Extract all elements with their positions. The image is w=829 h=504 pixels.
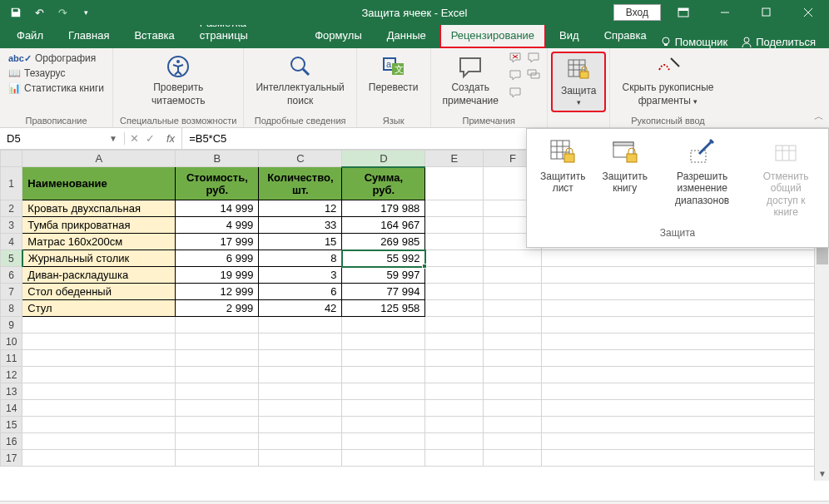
- cell[interactable]: 15: [259, 234, 342, 250]
- cell[interactable]: 12: [259, 200, 342, 217]
- cell[interactable]: [176, 367, 259, 383]
- cell[interactable]: Диван-раскладушка: [22, 267, 176, 284]
- cell[interactable]: [484, 350, 542, 367]
- row-header[interactable]: 10: [1, 334, 22, 350]
- stats-button[interactable]: 📊Статистика книги: [7, 82, 106, 95]
- tell-me[interactable]: Помощник: [660, 36, 728, 48]
- qat-dropdown-icon[interactable]: ▾: [77, 3, 95, 22]
- protect-workbook-button[interactable]: Защитить книгу: [597, 134, 652, 222]
- cell[interactable]: [176, 417, 259, 433]
- save-icon[interactable]: [7, 3, 25, 22]
- row-header[interactable]: 1: [1, 167, 22, 200]
- cell[interactable]: 42: [259, 300, 342, 317]
- cell[interactable]: [22, 334, 176, 350]
- cell[interactable]: [425, 234, 484, 250]
- col-header-D[interactable]: D: [342, 151, 425, 167]
- cell[interactable]: [484, 300, 542, 317]
- cell[interactable]: 33: [259, 217, 342, 234]
- row-header[interactable]: 7: [1, 284, 22, 300]
- cell[interactable]: [425, 250, 484, 267]
- cell[interactable]: [425, 317, 484, 334]
- cell[interactable]: Кровать двухспальная: [22, 200, 176, 217]
- cell[interactable]: [425, 450, 484, 467]
- cell[interactable]: [484, 367, 542, 383]
- translate-button[interactable]: a文 Перевести: [364, 52, 424, 95]
- undo-icon[interactable]: ↶: [30, 3, 48, 22]
- cell[interactable]: [22, 383, 176, 400]
- cell[interactable]: [342, 350, 425, 367]
- cell[interactable]: [259, 367, 342, 383]
- close-icon[interactable]: [789, 0, 827, 25]
- cell[interactable]: [484, 417, 542, 433]
- cancel-formula-icon[interactable]: ✕: [130, 132, 139, 145]
- tab-formulas[interactable]: Формулы: [303, 22, 374, 48]
- cell[interactable]: 3: [259, 267, 342, 284]
- row-header[interactable]: 8: [1, 300, 22, 317]
- cell[interactable]: [425, 300, 484, 317]
- tab-home[interactable]: Главная: [57, 22, 121, 48]
- cell[interactable]: [425, 267, 484, 284]
- next-comment-button[interactable]: [509, 86, 522, 101]
- cell[interactable]: [259, 450, 342, 467]
- cell[interactable]: [484, 334, 542, 350]
- cell[interactable]: Стул: [22, 300, 176, 317]
- cell[interactable]: 17 999: [176, 234, 259, 250]
- cell[interactable]: [176, 433, 259, 450]
- col-header-C[interactable]: C: [259, 151, 342, 167]
- cell[interactable]: [176, 317, 259, 334]
- share-button[interactable]: Поделиться: [741, 36, 816, 48]
- cell[interactable]: [259, 350, 342, 367]
- cell[interactable]: 2 999: [176, 300, 259, 317]
- cell[interactable]: [425, 334, 484, 350]
- cell[interactable]: [484, 284, 542, 300]
- cell[interactable]: [176, 450, 259, 467]
- row-header[interactable]: 4: [1, 234, 22, 250]
- collapse-ribbon-icon[interactable]: ︿: [814, 110, 824, 124]
- cell[interactable]: 179 988: [342, 200, 425, 217]
- enter-formula-icon[interactable]: ✓: [146, 132, 155, 145]
- cell[interactable]: Журнальный столик: [22, 250, 176, 267]
- chevron-down-icon[interactable]: ▼: [109, 134, 117, 143]
- cell[interactable]: [259, 433, 342, 450]
- cell[interactable]: Наименование: [22, 167, 176, 200]
- spelling-button[interactable]: abc✓Орфография: [7, 52, 97, 65]
- row-header[interactable]: 13: [1, 383, 22, 400]
- cell[interactable]: 4 999: [176, 217, 259, 234]
- cell[interactable]: 269 985: [342, 234, 425, 250]
- show-comment-button[interactable]: [527, 52, 540, 66]
- cell[interactable]: [176, 334, 259, 350]
- scroll-down-icon[interactable]: ▼: [815, 466, 829, 481]
- cell[interactable]: [425, 350, 484, 367]
- prev-comment-button[interactable]: [509, 69, 522, 83]
- tab-review[interactable]: Рецензирование: [439, 22, 546, 48]
- smart-lookup-button[interactable]: Интеллектуальный поиск: [251, 52, 349, 109]
- cell[interactable]: [484, 267, 542, 284]
- maximize-icon[interactable]: [747, 0, 786, 25]
- tab-data[interactable]: Данные: [375, 22, 438, 48]
- row-header[interactable]: 12: [1, 367, 22, 383]
- cell[interactable]: [22, 317, 176, 334]
- cell[interactable]: [22, 400, 176, 417]
- row-header[interactable]: 15: [1, 417, 22, 433]
- active-cell[interactable]: 55 992: [342, 250, 425, 267]
- cell[interactable]: [425, 417, 484, 433]
- cell[interactable]: [176, 400, 259, 417]
- row-header[interactable]: 14: [1, 400, 22, 417]
- tab-file[interactable]: Файл: [5, 22, 55, 48]
- fx-icon[interactable]: fx: [160, 128, 182, 149]
- cell[interactable]: [425, 200, 484, 217]
- cell[interactable]: [259, 417, 342, 433]
- protect-button[interactable]: Защита ▾: [556, 55, 602, 109]
- cell[interactable]: Сумма,руб.: [342, 167, 425, 200]
- cell[interactable]: 19 999: [176, 267, 259, 284]
- cell[interactable]: 77 994: [342, 284, 425, 300]
- tab-insert[interactable]: Вставка: [122, 22, 186, 48]
- cell[interactable]: Матрас 160х200см: [22, 234, 176, 250]
- cell[interactable]: [342, 417, 425, 433]
- cell[interactable]: Стол обеденный: [22, 284, 176, 300]
- cell[interactable]: [22, 367, 176, 383]
- row-header[interactable]: 9: [1, 317, 22, 334]
- col-header-E[interactable]: E: [425, 151, 484, 167]
- cell[interactable]: [484, 250, 542, 267]
- row-header[interactable]: 16: [1, 433, 22, 450]
